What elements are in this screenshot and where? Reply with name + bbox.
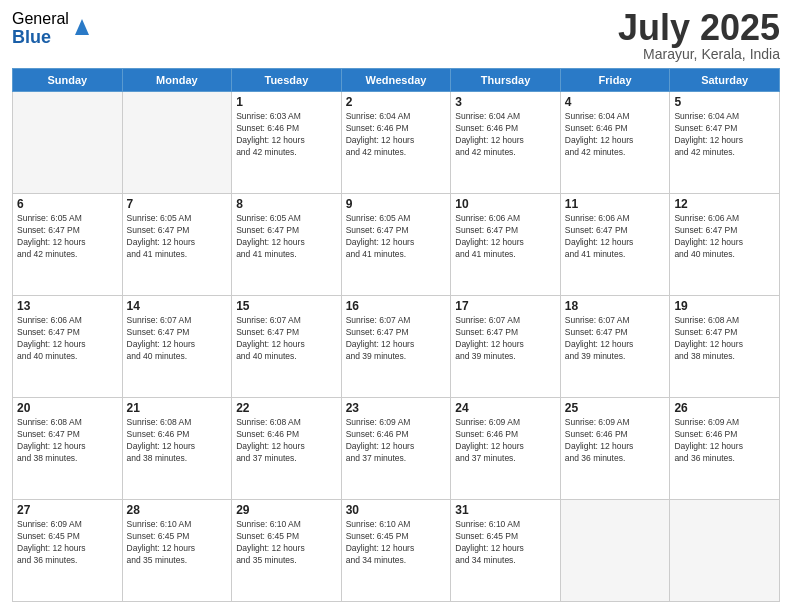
calendar-header-row: SundayMondayTuesdayWednesdayThursdayFrid… xyxy=(13,69,780,92)
calendar-cell: 11Sunrise: 6:06 AMSunset: 6:47 PMDayligh… xyxy=(560,194,670,296)
calendar-cell: 17Sunrise: 6:07 AMSunset: 6:47 PMDayligh… xyxy=(451,296,561,398)
calendar-week-row: 20Sunrise: 6:08 AMSunset: 6:47 PMDayligh… xyxy=(13,398,780,500)
day-number: 28 xyxy=(127,503,228,517)
day-info: Sunrise: 6:03 AMSunset: 6:46 PMDaylight:… xyxy=(236,111,337,159)
day-info: Sunrise: 6:08 AMSunset: 6:46 PMDaylight:… xyxy=(127,417,228,465)
title-location: Marayur, Kerala, India xyxy=(618,46,780,62)
calendar-cell: 9Sunrise: 6:05 AMSunset: 6:47 PMDaylight… xyxy=(341,194,451,296)
day-number: 23 xyxy=(346,401,447,415)
calendar-cell: 13Sunrise: 6:06 AMSunset: 6:47 PMDayligh… xyxy=(13,296,123,398)
day-number: 11 xyxy=(565,197,666,211)
day-info: Sunrise: 6:07 AMSunset: 6:47 PMDaylight:… xyxy=(127,315,228,363)
calendar-cell: 2Sunrise: 6:04 AMSunset: 6:46 PMDaylight… xyxy=(341,92,451,194)
calendar-cell: 23Sunrise: 6:09 AMSunset: 6:46 PMDayligh… xyxy=(341,398,451,500)
calendar-cell: 18Sunrise: 6:07 AMSunset: 6:47 PMDayligh… xyxy=(560,296,670,398)
day-info: Sunrise: 6:04 AMSunset: 6:47 PMDaylight:… xyxy=(674,111,775,159)
calendar-cell: 12Sunrise: 6:06 AMSunset: 6:47 PMDayligh… xyxy=(670,194,780,296)
day-number: 31 xyxy=(455,503,556,517)
calendar-cell: 1Sunrise: 6:03 AMSunset: 6:46 PMDaylight… xyxy=(232,92,342,194)
day-number: 6 xyxy=(17,197,118,211)
calendar-week-row: 13Sunrise: 6:06 AMSunset: 6:47 PMDayligh… xyxy=(13,296,780,398)
day-info: Sunrise: 6:09 AMSunset: 6:46 PMDaylight:… xyxy=(346,417,447,465)
day-number: 7 xyxy=(127,197,228,211)
calendar-cell: 5Sunrise: 6:04 AMSunset: 6:47 PMDaylight… xyxy=(670,92,780,194)
calendar-cell: 31Sunrise: 6:10 AMSunset: 6:45 PMDayligh… xyxy=(451,500,561,602)
calendar-cell: 8Sunrise: 6:05 AMSunset: 6:47 PMDaylight… xyxy=(232,194,342,296)
header: General Blue July 2025 Marayur, Kerala, … xyxy=(12,10,780,62)
calendar-cell xyxy=(560,500,670,602)
day-info: Sunrise: 6:07 AMSunset: 6:47 PMDaylight:… xyxy=(236,315,337,363)
calendar-cell xyxy=(13,92,123,194)
day-info: Sunrise: 6:07 AMSunset: 6:47 PMDaylight:… xyxy=(565,315,666,363)
day-info: Sunrise: 6:10 AMSunset: 6:45 PMDaylight:… xyxy=(236,519,337,567)
day-number: 9 xyxy=(346,197,447,211)
day-info: Sunrise: 6:09 AMSunset: 6:46 PMDaylight:… xyxy=(674,417,775,465)
logo-general: General xyxy=(12,10,69,28)
logo-text: General Blue xyxy=(12,10,69,47)
calendar-day-header: Thursday xyxy=(451,69,561,92)
calendar-week-row: 1Sunrise: 6:03 AMSunset: 6:46 PMDaylight… xyxy=(13,92,780,194)
day-number: 17 xyxy=(455,299,556,313)
day-number: 14 xyxy=(127,299,228,313)
calendar-day-header: Saturday xyxy=(670,69,780,92)
title-block: July 2025 Marayur, Kerala, India xyxy=(618,10,780,62)
day-number: 20 xyxy=(17,401,118,415)
day-info: Sunrise: 6:08 AMSunset: 6:47 PMDaylight:… xyxy=(674,315,775,363)
calendar-cell: 25Sunrise: 6:09 AMSunset: 6:46 PMDayligh… xyxy=(560,398,670,500)
calendar-cell: 24Sunrise: 6:09 AMSunset: 6:46 PMDayligh… xyxy=(451,398,561,500)
calendar-cell: 29Sunrise: 6:10 AMSunset: 6:45 PMDayligh… xyxy=(232,500,342,602)
day-info: Sunrise: 6:08 AMSunset: 6:46 PMDaylight:… xyxy=(236,417,337,465)
day-info: Sunrise: 6:05 AMSunset: 6:47 PMDaylight:… xyxy=(127,213,228,261)
day-info: Sunrise: 6:06 AMSunset: 6:47 PMDaylight:… xyxy=(674,213,775,261)
day-info: Sunrise: 6:10 AMSunset: 6:45 PMDaylight:… xyxy=(346,519,447,567)
day-number: 25 xyxy=(565,401,666,415)
calendar-week-row: 27Sunrise: 6:09 AMSunset: 6:45 PMDayligh… xyxy=(13,500,780,602)
day-number: 2 xyxy=(346,95,447,109)
title-month: July 2025 xyxy=(618,10,780,46)
day-info: Sunrise: 6:09 AMSunset: 6:46 PMDaylight:… xyxy=(565,417,666,465)
calendar-cell: 26Sunrise: 6:09 AMSunset: 6:46 PMDayligh… xyxy=(670,398,780,500)
day-number: 18 xyxy=(565,299,666,313)
calendar-week-row: 6Sunrise: 6:05 AMSunset: 6:47 PMDaylight… xyxy=(13,194,780,296)
calendar-cell: 10Sunrise: 6:06 AMSunset: 6:47 PMDayligh… xyxy=(451,194,561,296)
calendar-cell: 6Sunrise: 6:05 AMSunset: 6:47 PMDaylight… xyxy=(13,194,123,296)
day-number: 4 xyxy=(565,95,666,109)
day-info: Sunrise: 6:06 AMSunset: 6:47 PMDaylight:… xyxy=(455,213,556,261)
day-number: 1 xyxy=(236,95,337,109)
day-number: 12 xyxy=(674,197,775,211)
day-number: 16 xyxy=(346,299,447,313)
logo-blue: Blue xyxy=(12,28,69,48)
calendar-cell: 14Sunrise: 6:07 AMSunset: 6:47 PMDayligh… xyxy=(122,296,232,398)
day-info: Sunrise: 6:07 AMSunset: 6:47 PMDaylight:… xyxy=(455,315,556,363)
day-info: Sunrise: 6:10 AMSunset: 6:45 PMDaylight:… xyxy=(455,519,556,567)
day-info: Sunrise: 6:04 AMSunset: 6:46 PMDaylight:… xyxy=(565,111,666,159)
calendar-cell: 27Sunrise: 6:09 AMSunset: 6:45 PMDayligh… xyxy=(13,500,123,602)
day-info: Sunrise: 6:05 AMSunset: 6:47 PMDaylight:… xyxy=(17,213,118,261)
calendar-cell: 3Sunrise: 6:04 AMSunset: 6:46 PMDaylight… xyxy=(451,92,561,194)
day-info: Sunrise: 6:06 AMSunset: 6:47 PMDaylight:… xyxy=(565,213,666,261)
calendar-cell: 16Sunrise: 6:07 AMSunset: 6:47 PMDayligh… xyxy=(341,296,451,398)
day-number: 24 xyxy=(455,401,556,415)
calendar-day-header: Wednesday xyxy=(341,69,451,92)
day-number: 15 xyxy=(236,299,337,313)
calendar-cell: 15Sunrise: 6:07 AMSunset: 6:47 PMDayligh… xyxy=(232,296,342,398)
calendar-cell: 4Sunrise: 6:04 AMSunset: 6:46 PMDaylight… xyxy=(560,92,670,194)
logo-icon xyxy=(71,17,91,41)
calendar-cell xyxy=(122,92,232,194)
day-number: 10 xyxy=(455,197,556,211)
calendar-cell: 30Sunrise: 6:10 AMSunset: 6:45 PMDayligh… xyxy=(341,500,451,602)
calendar-day-header: Friday xyxy=(560,69,670,92)
day-number: 26 xyxy=(674,401,775,415)
day-number: 3 xyxy=(455,95,556,109)
day-info: Sunrise: 6:06 AMSunset: 6:47 PMDaylight:… xyxy=(17,315,118,363)
calendar-day-header: Monday xyxy=(122,69,232,92)
calendar-day-header: Tuesday xyxy=(232,69,342,92)
day-info: Sunrise: 6:07 AMSunset: 6:47 PMDaylight:… xyxy=(346,315,447,363)
day-number: 27 xyxy=(17,503,118,517)
calendar-cell: 22Sunrise: 6:08 AMSunset: 6:46 PMDayligh… xyxy=(232,398,342,500)
calendar-table: SundayMondayTuesdayWednesdayThursdayFrid… xyxy=(12,68,780,602)
day-number: 19 xyxy=(674,299,775,313)
day-info: Sunrise: 6:04 AMSunset: 6:46 PMDaylight:… xyxy=(455,111,556,159)
day-info: Sunrise: 6:10 AMSunset: 6:45 PMDaylight:… xyxy=(127,519,228,567)
calendar-cell: 19Sunrise: 6:08 AMSunset: 6:47 PMDayligh… xyxy=(670,296,780,398)
